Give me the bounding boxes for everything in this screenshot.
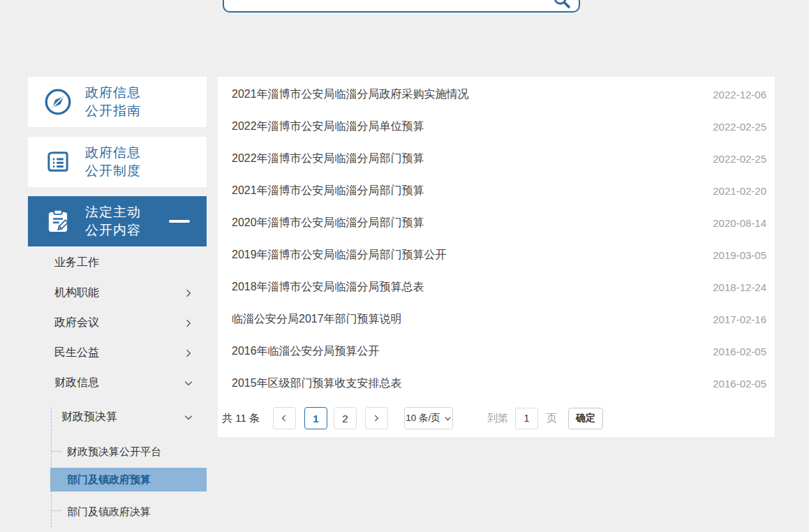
sidebar-item-business-work[interactable]: 业务工作 (28, 248, 207, 278)
doc-date: 2022-02-25 (713, 153, 766, 165)
compass-icon (43, 87, 73, 117)
chevron-right-icon (183, 348, 194, 359)
chevron-down-icon (183, 412, 194, 423)
doc-title: 2020年淄博市公安局临淄分局部门预算 (232, 216, 424, 230)
menu-label: 部门及镇政府决算 (67, 505, 151, 519)
list-item[interactable]: 2021年淄博市公安局临淄分局部门预算 2021-02-20 (218, 175, 775, 207)
total-count-label: 共 11 条 (222, 412, 260, 425)
sidebar-item-org-functions[interactable]: 机构职能 (28, 278, 207, 308)
page-size-value: 10 条/页 (406, 412, 440, 424)
doc-title: 2015年区级部门预算收支安排总表 (232, 376, 402, 391)
document-list-panel: 2021年淄博市公安局临淄分局政府采购实施情况 2022-12-06 2022年… (218, 77, 775, 437)
chevron-right-icon (183, 318, 194, 329)
doc-date: 2017-02-16 (713, 313, 766, 325)
menu-label: 业务工作 (54, 256, 99, 270)
doc-date: 2020-08-14 (713, 217, 766, 229)
sidebar-item-budget-finalaccounts[interactable]: 财政预决算 (28, 402, 207, 432)
chevron-right-icon (183, 288, 194, 299)
confirm-button[interactable]: 确定 (568, 408, 603, 429)
sidebar-item-gov-meetings[interactable]: 政府会议 (28, 308, 207, 338)
doc-title: 2022年淄博市公安局临淄分局部门预算 (232, 152, 424, 166)
chevron-left-icon (279, 413, 289, 423)
list-item[interactable]: 2020年淄博市公安局临淄分局部门预算 2020-08-14 (218, 207, 775, 239)
chevron-down-icon (183, 378, 194, 389)
doc-date: 2016-02-05 (713, 378, 766, 390)
doc-date: 2019-03-05 (713, 249, 766, 261)
list-item[interactable]: 2018年淄博市公安局临淄分局预算总表 2018-12-24 (218, 271, 775, 303)
sidebar-card-proactive-disclosure[interactable]: 法定主动 公开内容 (28, 196, 207, 246)
next-page-button[interactable] (365, 407, 388, 429)
ledger-icon (43, 147, 73, 177)
menu-label: 部门及镇政府预算 (67, 473, 151, 487)
page-size-select[interactable]: 10 条/页 (404, 407, 453, 429)
page-button-1[interactable]: 1 (304, 407, 327, 429)
list-item[interactable]: 2021年淄博市公安局临淄分局政府采购实施情况 2022-12-06 (218, 78, 775, 110)
page-button-2[interactable]: 2 (334, 407, 357, 429)
doc-title: 临淄公安分局2017年部门预算说明 (232, 312, 402, 327)
sidebar-item-livelihood[interactable]: 民生公益 (28, 338, 207, 368)
list-item[interactable]: 2022年淄博市公安局临淄分局部门预算 2022-02-25 (218, 142, 775, 175)
doc-title: 2018年淄博市公安局临淄分局预算总表 (232, 280, 424, 295)
menu-label: 财政信息 (54, 376, 99, 390)
doc-date: 2018-12-24 (713, 281, 766, 293)
doc-title: 2019年淄博市公安局临淄分局部门预算公开 (232, 248, 447, 263)
doc-date: 2016-02-05 (713, 346, 766, 357)
sidebar-card-label: 法定主动 公开内容 (85, 203, 141, 239)
menu-label: 财政预决算 (61, 410, 117, 424)
goto-page-label: 到第 (487, 412, 508, 425)
pagination-bar: 共 11 条 1 2 10 条/页 到第 页 确定 (218, 399, 775, 437)
doc-date: 2022-02-25 (713, 121, 766, 133)
search-input[interactable] (232, 0, 540, 11)
collapse-minus-icon[interactable] (169, 220, 190, 223)
clipboard-pencil-icon (43, 207, 73, 236)
menu-label: 机构职能 (54, 286, 99, 300)
doc-date: 2021-02-20 (713, 185, 766, 197)
sidebar-item-dept-town-budget[interactable]: 部门及镇政府预算 (50, 468, 207, 492)
list-item[interactable]: 临淄公安分局2017年部门预算说明 2017-02-16 (218, 303, 775, 335)
chevron-right-icon (371, 413, 381, 423)
list-item[interactable]: 2016年临淄公安分局预算公开 2016-02-05 (218, 335, 775, 367)
doc-title: 2021年淄博市公安局临淄分局部门预算 (232, 184, 424, 198)
search-icon[interactable] (552, 0, 572, 10)
sidebar-card-guide[interactable]: 政府信息 公开指南 (28, 77, 207, 127)
doc-title: 2021年淄博市公安局临淄分局政府采购实施情况 (232, 87, 469, 102)
sidebar-card-label: 政府信息 公开制度 (85, 144, 141, 180)
list-item[interactable]: 2022年淄博市公安局临淄分局单位预算 2022-02-25 (218, 110, 775, 142)
goto-page-suffix: 页 (547, 412, 557, 425)
menu-label: 政府会议 (54, 316, 99, 330)
page: 政府信息 公开指南 政府信息 公开制度 (0, 0, 809, 532)
sidebar-card-label: 政府信息 公开指南 (85, 84, 141, 120)
search-box (223, 0, 580, 13)
doc-date: 2022-12-06 (713, 89, 766, 101)
sidebar-card-system[interactable]: 政府信息 公开制度 (28, 137, 207, 187)
menu-label: 财政预决算公开平台 (67, 445, 161, 459)
sidebar-item-budget-platform[interactable]: 财政预决算公开平台 (28, 437, 207, 467)
goto-page-input[interactable] (515, 408, 538, 429)
list-item[interactable]: 2019年淄博市公安局临淄分局部门预算公开 2019-03-05 (218, 239, 775, 271)
sidebar-item-fiscal-info[interactable]: 财政信息 (28, 368, 207, 398)
list-item[interactable]: 2015年区级部门预算收支安排总表 2016-02-05 (218, 367, 775, 399)
chevron-down-icon (444, 415, 452, 422)
prev-page-button[interactable] (273, 407, 296, 429)
sidebar-item-dept-town-finalaccounts[interactable]: 部门及镇政府决算 (28, 497, 207, 527)
doc-title: 2016年临淄公安分局预算公开 (232, 344, 380, 359)
doc-title: 2022年淄博市公安局临淄分局单位预算 (232, 119, 424, 134)
menu-label: 民生公益 (54, 346, 99, 360)
